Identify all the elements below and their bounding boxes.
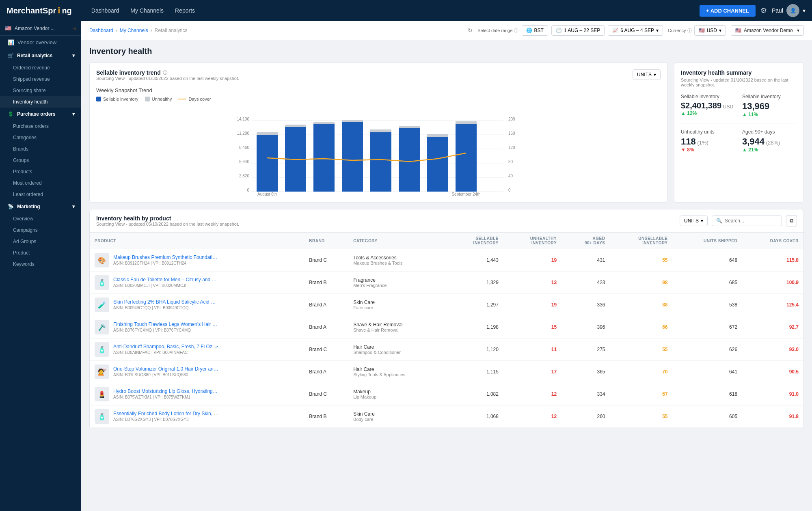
product-name-5[interactable]: One-Step Volumizer Original 1.0 Hair Dry… bbox=[113, 366, 219, 372]
currency-area: Currency ⓘ 🇺🇸 USD ▾ bbox=[668, 25, 726, 36]
category-main-5: Hair Care bbox=[353, 367, 443, 372]
sidebar-item-vendor-overview[interactable]: 📊 Vendor overview bbox=[0, 36, 81, 49]
category-sub-7: Body care bbox=[353, 417, 443, 422]
nav-dashboard[interactable]: Dashboard bbox=[91, 7, 119, 14]
bst-button[interactable]: 🌐 BST bbox=[522, 25, 548, 36]
cell-shipped-1: 685 bbox=[673, 272, 743, 294]
sidebar-section-purchase[interactable]: 💲 Purchase orders ▾ bbox=[0, 108, 81, 121]
search-input[interactable] bbox=[725, 218, 777, 224]
chart-svg: 0 2,820 5,640 8,460 11,280 14,100 0 40 8… bbox=[96, 106, 661, 196]
product-asin-1: ASIN: B0020MMCJI | VPI: B0020MMCJI bbox=[113, 283, 186, 288]
sidebar-item-sourcing-share[interactable]: Sourcing share bbox=[0, 85, 81, 96]
product-name-4[interactable]: Anti-Dandruff Shampoo, Basic, Fresh, 7 F… bbox=[113, 344, 218, 349]
logo[interactable]: MerchantSpring bbox=[6, 5, 72, 16]
sidebar-label-marketing: Marketing bbox=[17, 204, 40, 209]
cell-unhealthy-6: 12 bbox=[503, 383, 561, 405]
svg-text:80: 80 bbox=[508, 160, 513, 164]
product-name-6[interactable]: Hydro Boost Moisturizing Lip Gloss, Hydr… bbox=[113, 388, 219, 394]
category-sub-3: Shave & Hair Removal bbox=[353, 328, 443, 332]
cell-sellable-1: 1,329 bbox=[447, 272, 503, 294]
bar-1-unhealthy bbox=[257, 132, 278, 135]
units-dropdown[interactable]: UNITS ▾ bbox=[633, 69, 661, 80]
avatar: 👤 bbox=[786, 4, 799, 17]
section-chevron-icon: ▾ bbox=[72, 53, 75, 58]
sidebar-channel[interactable]: 🇺🇸 Amazon Vendor ... ◀ bbox=[0, 21, 81, 36]
date-range-2-value: 6 AUG – 4 SEP bbox=[620, 28, 654, 33]
cell-unhealthy-7: 12 bbox=[503, 405, 561, 428]
sidebar-item-groups[interactable]: Groups bbox=[0, 155, 81, 166]
table-title: Inventory health by product bbox=[96, 215, 239, 222]
user-area[interactable]: Paul 👤 ▾ bbox=[772, 4, 806, 17]
sidebar-item-brands[interactable]: Brands bbox=[0, 143, 81, 155]
sidebar-item-shipped-revenue[interactable]: Shipped revenue bbox=[0, 73, 81, 85]
cell-days-cover-1: 100.9 bbox=[742, 272, 803, 294]
category-main-7: Skin Care bbox=[353, 411, 443, 417]
nav-reports[interactable]: Reports bbox=[175, 7, 195, 14]
date-range-2-button[interactable]: 📈 6 AUG – 4 SEP ▾ bbox=[608, 25, 663, 36]
sidebar-item-campaigns[interactable]: Campaigns bbox=[0, 224, 81, 236]
chart-title: Sellable inventory trend ⓘ bbox=[96, 69, 239, 76]
cell-category-1: Fragrance Men's Fragrance bbox=[348, 272, 447, 294]
product-name-2[interactable]: Skin Perfecting 2% BHA Liquid Salicylic … bbox=[113, 299, 219, 305]
sidebar-section-marketing[interactable]: 📡 Marketing ▾ bbox=[0, 200, 81, 213]
table-subtitle: Sourcing View - updated 05/10/2022 based… bbox=[96, 222, 239, 226]
sidebar-item-purchase-orders[interactable]: Purchase orders bbox=[0, 121, 81, 132]
category-sub-1: Men's Fragrance bbox=[353, 283, 443, 288]
table-units-dropdown[interactable]: UNITS ▾ bbox=[680, 216, 708, 226]
refresh-icon[interactable]: ↻ bbox=[468, 27, 473, 34]
summary-unit-0: USD bbox=[723, 104, 733, 110]
sidebar-item-overview[interactable]: Overview bbox=[0, 213, 81, 224]
chart-header: Sellable inventory trend ⓘ Sourcing View… bbox=[96, 69, 661, 86]
cell-brand-5: Brand A bbox=[304, 361, 348, 383]
channel-select[interactable]: 🇺🇸 Amazon Vendor Demo ▾ bbox=[731, 25, 804, 36]
cell-category-7: Skin Care Body care bbox=[348, 405, 447, 428]
antenna-icon: 📡 bbox=[8, 204, 14, 209]
cell-brand-2: Brand A bbox=[304, 294, 348, 316]
sidebar-item-ad-groups[interactable]: Ad Groups bbox=[0, 236, 81, 247]
date-chevron-icon: ▾ bbox=[656, 28, 659, 33]
sidebar-item-product-mkt[interactable]: Product bbox=[0, 247, 81, 259]
sidebar-item-most-ordered[interactable]: Most ordered bbox=[0, 177, 81, 189]
svg-text:0: 0 bbox=[247, 188, 249, 192]
copy-button[interactable]: ⧉ bbox=[786, 215, 797, 226]
cell-brand-0: Brand C bbox=[304, 249, 348, 272]
product-name-7[interactable]: Essentially Enriched Body Lotion for Dry… bbox=[113, 411, 219, 416]
units-label: UNITS bbox=[637, 72, 652, 78]
product-asin-4: ASIN: B00AINMFAC | VPI: B00AINMFAC bbox=[113, 350, 188, 355]
category-sub-6: Lip Makeup bbox=[353, 395, 443, 399]
product-name-3[interactable]: Finishing Touch Flawless Legs Women's Ha… bbox=[113, 321, 219, 327]
top-navigation: MerchantSpring Dashboard My Channels Rep… bbox=[0, 0, 812, 21]
sidebar-item-categories[interactable]: Categories bbox=[0, 132, 81, 143]
date-range-1-button[interactable]: 🕐 1 AUG – 22 SEP bbox=[551, 25, 605, 36]
settings-icon[interactable]: ⚙ bbox=[760, 6, 767, 15]
bar-7-sellable bbox=[427, 137, 448, 192]
sidebar-item-least-ordered[interactable]: Least ordered bbox=[0, 189, 81, 200]
bar-1-sellable bbox=[257, 135, 278, 192]
legend-sellable: Sellable inventory bbox=[96, 97, 138, 101]
cell-unhealthy-2: 19 bbox=[503, 294, 561, 316]
sidebar-label-purchase: Purchase orders bbox=[17, 111, 56, 117]
table-body: 🎨 Makeup Brushes Premium Synthetic Found… bbox=[90, 249, 803, 428]
cell-shipped-3: 672 bbox=[673, 316, 743, 339]
breadcrumb-current: Retail analytics bbox=[155, 28, 188, 33]
product-asin-5: ASIN: B01LSUQS80 | VPI: B01LSUQS80 bbox=[113, 373, 188, 377]
product-name-1[interactable]: Classic Eau de Toilette for Men – Citrus… bbox=[113, 277, 219, 282]
sidebar-item-ordered-revenue[interactable]: Ordered revenue bbox=[0, 62, 81, 73]
summary-subtitle: Sourcing View - updated 01/10/2022 based… bbox=[681, 78, 797, 87]
add-channel-button[interactable]: + ADD CHANNEL bbox=[700, 5, 756, 17]
bar-4-unhealthy bbox=[342, 120, 363, 122]
summary-grid-2: Unhealthy units 118 (1%) ▼ 8% Aged 90+ d… bbox=[681, 129, 797, 153]
svg-text:40: 40 bbox=[508, 174, 513, 178]
product-name-0[interactable]: Makeup Brushes Premium Synthetic Foundat… bbox=[113, 254, 219, 260]
chart-subtitle: Sourcing View - updated 01/30/2022 based… bbox=[96, 76, 239, 81]
sidebar-section-retail[interactable]: 🛒 Retail analytics ▾ bbox=[0, 49, 81, 62]
currency-button[interactable]: 🇺🇸 USD ▾ bbox=[694, 25, 726, 36]
sidebar-item-keywords[interactable]: Keywords bbox=[0, 259, 81, 270]
legend-unhealthy-label: Unhealthy bbox=[152, 97, 172, 101]
breadcrumb-my-channels[interactable]: My Channels bbox=[120, 28, 148, 33]
sidebar-item-inventory-health[interactable]: Inventory health bbox=[0, 96, 81, 108]
breadcrumb-dashboard[interactable]: Dashboard bbox=[89, 28, 113, 33]
nav-my-channels[interactable]: My Channels bbox=[130, 7, 164, 14]
sidebar-item-products[interactable]: Products bbox=[0, 166, 81, 177]
nav-links: Dashboard My Channels Reports bbox=[91, 7, 195, 14]
